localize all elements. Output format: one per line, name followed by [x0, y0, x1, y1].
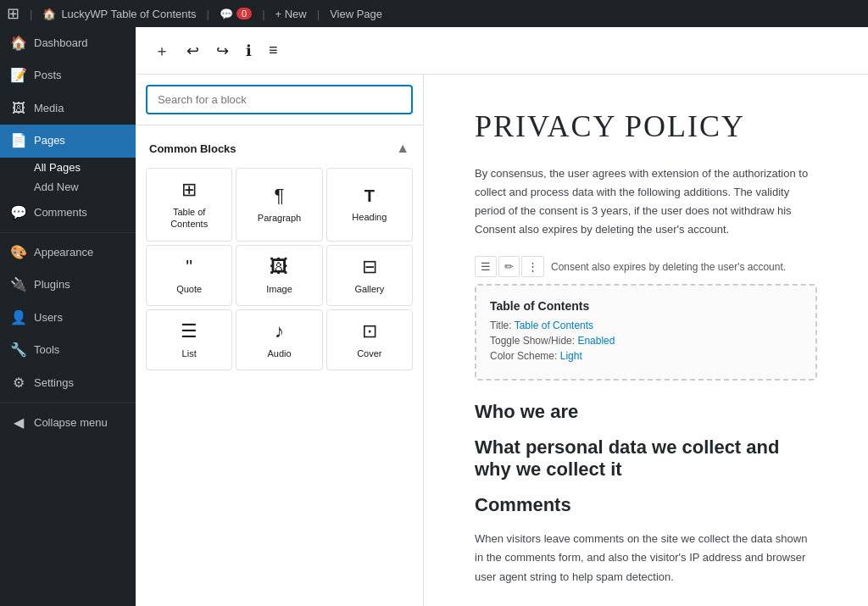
sidebar-collapse-menu[interactable]: ◀ Collapse menu [0, 407, 136, 439]
block-item-quote[interactable]: " Quote [146, 245, 232, 306]
users-icon: 👤 [10, 309, 27, 327]
comments-sidebar-icon: 💬 [10, 203, 27, 222]
block-item-gallery[interactable]: ⊟ Gallery [326, 245, 413, 306]
redo-icon: ↪ [216, 42, 229, 60]
sidebar-sub-add-new[interactable]: Add New [0, 177, 136, 197]
block-list: Common Blocks ▲ ⊞ Table ofContents ¶ Par… [136, 125, 423, 606]
quote-icon: " [186, 256, 192, 278]
view-page-link[interactable]: View Page [330, 8, 382, 20]
sidebar-item-dashboard[interactable]: 🏠 Dashboard [0, 27, 136, 59]
block-toolbar: ☰ ✏ ⋮ Consent also expires by deleting t… [475, 256, 817, 277]
section-heading-comments: Comments [475, 494, 817, 516]
gallery-icon: ⊟ [362, 256, 377, 278]
media-icon: 🖼 [10, 99, 27, 118]
page-title: PRIVACY POLICY [475, 108, 817, 144]
dashboard-icon: 🏠 [10, 34, 27, 53]
cover-icon: ⊡ [362, 320, 377, 342]
admin-bar: ⊞ | 🏠 LuckyWP Table of Contents | 💬 0 | … [0, 0, 868, 27]
new-link[interactable]: + New [275, 8, 307, 20]
block-item-image[interactable]: 🖼 Image [236, 245, 322, 306]
tools-icon: 🔧 [10, 341, 27, 359]
sidebar-item-settings[interactable]: ⚙ Settings [0, 367, 136, 399]
editor-content: Common Blocks ▲ ⊞ Table ofContents ¶ Par… [136, 75, 868, 606]
undo-button[interactable]: ↩ [181, 36, 204, 65]
main-layout: 🏠 Dashboard 📝 Posts 🖼 Media 📄 Pages All … [0, 27, 868, 606]
sidebar: 🏠 Dashboard 📝 Posts 🖼 Media 📄 Pages All … [0, 27, 136, 606]
posts-icon: 📝 [10, 66, 27, 85]
block-toolbar-hint: Consent also expires by deleting the use… [546, 261, 786, 273]
block-search-area [136, 75, 423, 125]
paragraph-icon: ¶ [275, 185, 285, 207]
block-item-audio[interactable]: ♪ Audio [236, 309, 322, 370]
pages-icon: 📄 [10, 131, 27, 150]
settings-icon: ⚙ [10, 374, 27, 392]
collapse-section-button[interactable]: ▲ [396, 141, 409, 156]
list-icon: ☰ [181, 320, 198, 342]
block-item-paragraph[interactable]: ¶ Paragraph [236, 168, 322, 242]
sidebar-item-users[interactable]: 👤 Users [0, 302, 136, 334]
section-heading-personal-data: What personal data we collect and why we… [475, 436, 817, 481]
audio-icon: ♪ [275, 320, 284, 342]
sidebar-item-comments[interactable]: 💬 Comments [0, 197, 136, 229]
block-more-button[interactable]: ⋮ [521, 256, 544, 277]
sidebar-item-media[interactable]: 🖼 Media [0, 92, 136, 125]
page-intro: By consensus, the user agrees with exten… [475, 164, 817, 239]
section-heading-who-we-are: Who we are [475, 401, 817, 423]
sidebar-sub-all-pages[interactable]: All Pages [0, 158, 136, 177]
add-block-button[interactable]: ＋ [149, 36, 175, 66]
toc-toggle-row: Toggle Show/Hide: Enabled [490, 335, 802, 347]
info-button[interactable]: ℹ [241, 36, 257, 65]
section-body-comments: When visitors leave comments on the site… [475, 530, 817, 586]
block-item-table-of-contents[interactable]: ⊞ Table ofContents [146, 168, 232, 242]
image-icon: 🖼 [270, 256, 288, 278]
editor-toolbar: ＋ ↩ ↪ ℹ ≡ [136, 27, 868, 75]
toc-widget: Table of Contents Title: Table of Conten… [475, 284, 817, 381]
site-name[interactable]: 🏠 LuckyWP Table of Contents [42, 8, 196, 20]
sidebar-item-pages[interactable]: 📄 Pages [0, 125, 136, 157]
block-item-heading[interactable]: T Heading [326, 168, 413, 242]
block-item-cover[interactable]: ⊡ Cover [326, 309, 413, 370]
sidebar-item-plugins[interactable]: 🔌 Plugins [0, 269, 136, 301]
search-input[interactable] [146, 85, 413, 114]
plus-icon: ＋ [154, 41, 170, 61]
list-view-icon: ≡ [269, 42, 278, 59]
collapse-icon: ◀ [10, 414, 27, 432]
toc-color-row: Color Scheme: Light [490, 350, 802, 362]
block-align-button[interactable]: ☰ [475, 256, 497, 277]
comments-icon: 💬 [220, 8, 233, 20]
table-of-contents-icon: ⊞ [181, 179, 197, 201]
list-view-button[interactable]: ≡ [264, 36, 283, 64]
editor-wrapper: ＋ ↩ ↪ ℹ ≡ Com [136, 27, 868, 606]
block-inserter-panel: Common Blocks ▲ ⊞ Table ofContents ¶ Par… [136, 75, 424, 606]
info-icon: ℹ [246, 42, 252, 60]
block-edit-button[interactable]: ✏ [498, 256, 520, 277]
common-blocks-grid: ⊞ Table ofContents ¶ Paragraph T Heading [136, 164, 423, 374]
page-content: PRIVACY POLICY By consensus, the user ag… [424, 75, 868, 606]
home-icon: 🏠 [42, 8, 56, 20]
heading-icon: T [364, 186, 375, 206]
appearance-icon: 🎨 [10, 243, 27, 262]
toc-title-row: Title: Table of Contents [490, 320, 802, 331]
undo-icon: ↩ [186, 42, 199, 60]
block-item-list[interactable]: ☰ List [146, 309, 232, 370]
wp-logo-icon[interactable]: ⊞ [7, 4, 19, 23]
toc-widget-heading: Table of Contents [490, 299, 802, 313]
sidebar-item-posts[interactable]: 📝 Posts [0, 59, 136, 92]
common-blocks-header: Common Blocks ▲ [136, 132, 423, 164]
plugins-icon: 🔌 [10, 275, 27, 294]
redo-button[interactable]: ↪ [211, 36, 234, 65]
sidebar-item-tools[interactable]: 🔧 Tools [0, 334, 136, 366]
sidebar-item-appearance[interactable]: 🎨 Appearance [0, 236, 136, 269]
comments-link[interactable]: 💬 0 [220, 8, 252, 20]
